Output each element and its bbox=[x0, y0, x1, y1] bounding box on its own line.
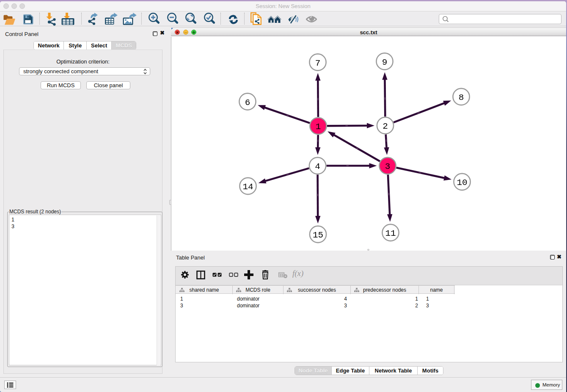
svg-text:2: 2 bbox=[383, 121, 388, 131]
svg-text:9: 9 bbox=[382, 58, 388, 67]
svg-text:10: 10 bbox=[457, 178, 467, 188]
svg-text:3: 3 bbox=[385, 162, 391, 171]
svg-text:1: 1 bbox=[316, 122, 321, 132]
svg-text:6: 6 bbox=[245, 98, 250, 108]
svg-text:14: 14 bbox=[242, 182, 253, 192]
svg-text:7: 7 bbox=[315, 58, 321, 68]
svg-text:4: 4 bbox=[315, 162, 320, 171]
svg-text:8: 8 bbox=[459, 93, 464, 102]
svg-text:11: 11 bbox=[385, 229, 396, 238]
svg-text:15: 15 bbox=[313, 230, 323, 240]
